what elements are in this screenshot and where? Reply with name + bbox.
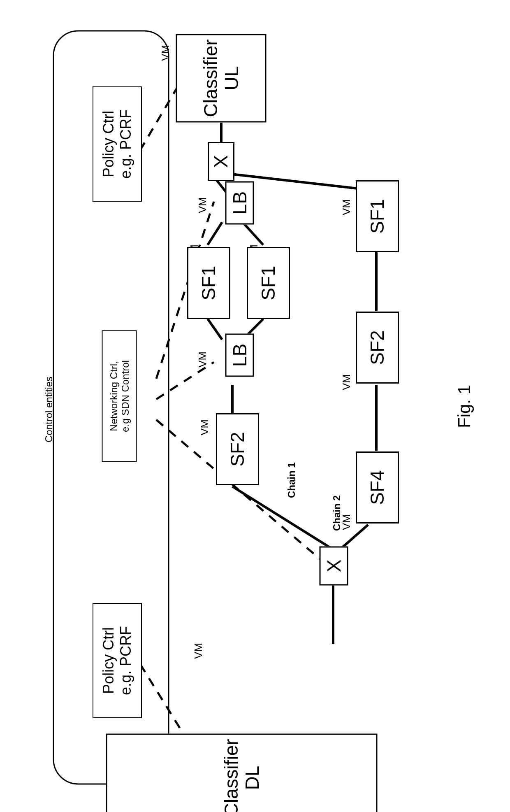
chain2-sf2-text: SF2 (367, 330, 388, 365)
lb1-box: LB (225, 181, 254, 225)
switch-right: X (320, 547, 348, 586)
lb1-text: LB (229, 191, 250, 214)
chain1-sf2-vm: VM (198, 411, 209, 435)
classifier-dl-vm: VM (192, 634, 203, 659)
switch-left-text: X (211, 155, 232, 168)
sf1b-box: SF1 (247, 247, 290, 319)
svg-line-9 (208, 222, 222, 245)
control-entities-label: Control entities (43, 356, 56, 463)
svg-line-14 (232, 486, 331, 548)
networking-ctrl-box: Networking Ctrl, e.g SDN Control (102, 330, 137, 462)
sf1a-text: SF1 (198, 265, 219, 300)
svg-line-3 (156, 362, 214, 399)
chain2-sf4-text: SF4 (367, 470, 388, 505)
chain2-sf2-vm: VM (340, 365, 351, 390)
control-vm-label: VM (159, 36, 170, 61)
chain2-sf1-text: SF1 (367, 199, 388, 233)
svg-line-11 (208, 319, 222, 340)
lb2-text: LB (229, 344, 250, 367)
figure-label: Fig. 1 (454, 366, 475, 428)
chain2-sf1-box: SF1 (356, 180, 399, 252)
switch-left: X (208, 142, 234, 181)
classifier-ul-text: Classifier UL (200, 39, 242, 117)
lb1-vm: VM (196, 188, 207, 213)
chain1-sf2-box: SF2 (216, 413, 259, 485)
sf1b-text: SF1 (258, 265, 279, 300)
policy-ctrl-right-box: Policy Ctrl e.g. PCRF (93, 603, 142, 718)
classifier-ul-box: Classifier UL (176, 34, 267, 123)
networking-ctrl-text: Networking Ctrl, e.g SDN Control (108, 360, 131, 432)
switch-right-text: X (323, 560, 344, 572)
chain2-sf2-box: SF2 (356, 312, 399, 384)
classifier-dl-text: Classifier DL (221, 739, 262, 812)
policy-ctrl-left-text: Policy Ctrl e.g. PCRF (100, 109, 134, 179)
lb2-box: LB (225, 334, 254, 377)
policy-ctrl-right-text: Policy Ctrl e.g. PCRF (100, 626, 134, 695)
policy-ctrl-left-box: Policy Ctrl e.g. PCRF (93, 86, 142, 202)
sf1a-box: SF1 (187, 247, 230, 319)
chain2-sf4-vm: VM (340, 505, 351, 530)
chain1-label: Chain 1 (286, 449, 298, 498)
chain2-sf1-vm: VM (340, 191, 351, 215)
chain1-sf2-text: SF2 (227, 432, 248, 466)
classifier-dl-box: Classifier DL (106, 734, 378, 812)
lb2-vm: VM (196, 343, 207, 368)
chain2-sf4-box: SF4 (356, 451, 399, 523)
